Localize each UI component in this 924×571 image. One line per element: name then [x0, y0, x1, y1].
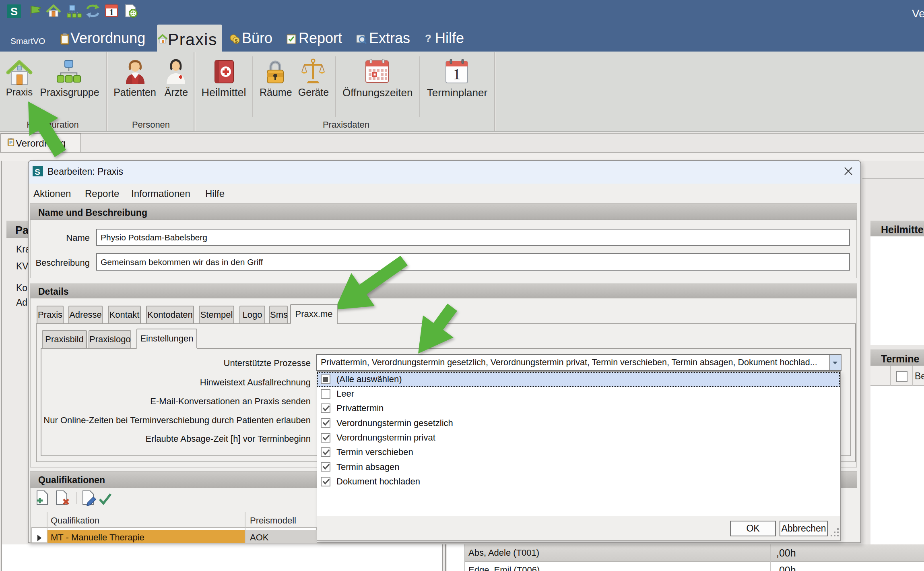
svg-text:S: S [10, 6, 18, 18]
svg-text:1: 1 [109, 7, 114, 17]
svg-text:1: 1 [453, 66, 461, 83]
svg-text:$: $ [235, 38, 238, 44]
